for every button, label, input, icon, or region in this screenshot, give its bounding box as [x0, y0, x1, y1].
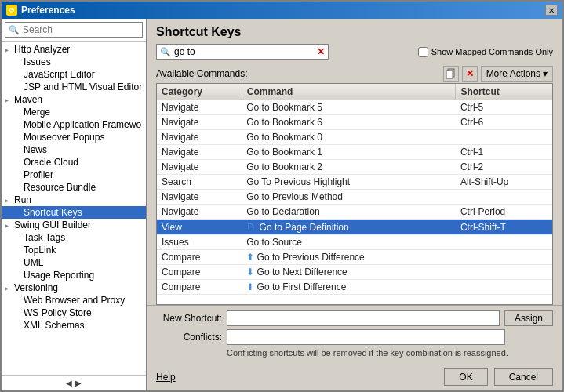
scroll-arrows: ◀ ▶: [66, 379, 82, 387]
table-row[interactable]: Navigate Go to Bookmark 0: [157, 130, 552, 145]
cell-category: Navigate: [157, 190, 242, 205]
sidebar-item-uml[interactable]: UML: [2, 256, 146, 269]
cell-category: Navigate: [157, 205, 242, 220]
new-shortcut-input[interactable]: [227, 310, 500, 326]
cell-category: Navigate: [157, 100, 242, 115]
sidebar-item-oracle-cloud[interactable]: Oracle Cloud: [2, 156, 146, 169]
col-shortcut: Shortcut: [456, 84, 552, 100]
sidebar-item-maven[interactable]: ▸ Maven: [2, 93, 146, 106]
sidebar-item-versioning[interactable]: ▸ Versioning: [2, 281, 146, 294]
left-panel: 🔍 ▸ Http Analyzer Issues JavaScript Edit…: [2, 19, 147, 390]
cell-command: Go to Bookmark 0: [242, 130, 456, 145]
sidebar-item-swing-gui-builder[interactable]: ▸ Swing GUI Builder: [2, 219, 146, 231]
cell-category: Navigate: [157, 130, 242, 145]
cell-category: Issues: [157, 235, 242, 250]
cell-category: Navigate: [157, 145, 242, 160]
cell-command: Go to Previous Method: [242, 190, 456, 205]
right-panel: Shortcut Keys 🔍 ✕ Show Mapped Commands O…: [147, 19, 562, 390]
copy-button[interactable]: [443, 66, 459, 82]
sidebar-item-run[interactable]: ▸ Run: [2, 194, 146, 206]
sidebar-item-web-browser-proxy[interactable]: Web Browser and Proxy: [2, 294, 146, 307]
sidebar-item-javascript-editor[interactable]: JavaScript Editor: [2, 68, 146, 81]
search-input[interactable]: [23, 24, 140, 35]
table-row[interactable]: Navigate Go to Bookmark 2 Ctrl-2: [157, 160, 552, 175]
table-row[interactable]: Navigate Go to Previous Method: [157, 190, 552, 205]
show-mapped-checkbox[interactable]: [418, 47, 428, 57]
sidebar-item-mouseover-popups[interactable]: Mouseover Popups: [2, 131, 146, 143]
filter-bar: 🔍 ✕ Show Mapped Commands Only: [147, 44, 562, 64]
search-wrap: 🔍: [5, 22, 143, 38]
cell-command: Go To Previous Highlight: [242, 175, 456, 190]
cell-command: 🗋 Go to Page Definition: [242, 220, 456, 235]
help-link[interactable]: Help: [156, 372, 176, 383]
filter-clear-button[interactable]: ✕: [317, 46, 325, 57]
more-actions-arrow-icon: ▾: [543, 68, 548, 79]
cell-shortcut: [456, 130, 552, 145]
cancel-button[interactable]: Cancel: [494, 368, 553, 386]
down-arrow-icon: ⬇: [246, 267, 254, 278]
cell-shortcut: Ctrl-6: [456, 115, 552, 130]
scroll-left-arrow[interactable]: ◀: [66, 379, 72, 387]
table-row[interactable]: Compare ⬆ Go to First Difference: [157, 280, 552, 295]
cell-category: Compare: [157, 265, 242, 280]
left-bottom-bar: ◀ ▶: [2, 375, 146, 390]
available-commands-label: Available Commands:: [156, 68, 248, 79]
cell-shortcut: [456, 190, 552, 205]
conflicts-input[interactable]: [227, 329, 505, 345]
cell-shortcut: Alt-Shift-Up: [456, 175, 552, 190]
assign-button[interactable]: Assign: [504, 310, 553, 326]
sidebar-item-resource-bundle[interactable]: Resource Bundle: [2, 181, 146, 194]
cell-shortcut: [456, 265, 552, 280]
sidebar-item-http-analyzer[interactable]: ▸ Http Analyzer: [2, 43, 146, 56]
table-row[interactable]: Compare ⬇ Go to Next Difference: [157, 265, 552, 280]
sidebar-item-ws-policy-store[interactable]: WS Policy Store: [2, 307, 146, 319]
search-box: 🔍: [2, 19, 146, 42]
sidebar-item-xml-schemas[interactable]: XML Schemas: [2, 319, 146, 332]
table-row[interactable]: Issues Go to Source: [157, 235, 552, 250]
cell-command: Go to Bookmark 6: [242, 115, 456, 130]
conflicts-label: Conflicts:: [156, 332, 227, 343]
sidebar-item-jsp-html[interactable]: JSP and HTML Visual Editor: [2, 81, 146, 93]
sidebar-item-issues[interactable]: Issues: [2, 56, 146, 68]
close-button[interactable]: ✕: [545, 5, 558, 16]
table-row[interactable]: Navigate Go to Declaration Ctrl-Period: [157, 205, 552, 220]
more-actions-button[interactable]: More Actions ▾: [481, 66, 553, 82]
title-bar-left: ⚙ Preferences: [6, 5, 75, 16]
cell-category: Compare: [157, 250, 242, 265]
cell-command: Go to Bookmark 1: [242, 145, 456, 160]
cell-shortcut: [456, 250, 552, 265]
up-arrow-icon: ⬆: [246, 252, 254, 263]
table-row[interactable]: Navigate Go to Bookmark 5 Ctrl-5: [157, 100, 552, 115]
table-row[interactable]: Compare ⬆ Go to Previous Difference: [157, 250, 552, 265]
ok-button[interactable]: OK: [444, 368, 487, 386]
scroll-right-arrow[interactable]: ▶: [75, 379, 82, 387]
table-row[interactable]: Navigate Go to Bookmark 1 Ctrl-1: [157, 145, 552, 160]
col-command: Command: [242, 84, 456, 100]
table-row[interactable]: Navigate Go to Bookmark 6 Ctrl-6: [157, 115, 552, 130]
sidebar-item-task-tags[interactable]: Task Tags: [2, 231, 146, 244]
sidebar-item-toplink[interactable]: TopLink: [2, 244, 146, 256]
svg-rect-1: [446, 71, 453, 78]
sidebar-item-merge[interactable]: Merge: [2, 106, 146, 118]
sidebar-item-mobile-app[interactable]: Mobile Application Framewo: [2, 118, 146, 131]
copy-icon: [446, 68, 457, 79]
new-shortcut-row: New Shortcut: Assign: [156, 310, 553, 326]
cell-shortcut: Ctrl-1: [456, 145, 552, 160]
sidebar-item-usage-reporting[interactable]: Usage Reporting: [2, 269, 146, 281]
filter-input[interactable]: [174, 46, 314, 57]
delete-button[interactable]: ✕: [462, 66, 478, 82]
commands-table-container: Category Command Shortcut Navigate Go to…: [156, 83, 553, 305]
sidebar-item-shortcut-keys[interactable]: Shortcut Keys: [2, 206, 146, 219]
table-row-selected[interactable]: View 🗋 Go to Page Definition Ctrl-Shift-…: [157, 220, 552, 235]
delete-icon: ✕: [466, 68, 474, 79]
tree-list: ▸ Http Analyzer Issues JavaScript Editor…: [2, 42, 146, 375]
cell-category: View: [157, 220, 242, 235]
cell-shortcut: Ctrl-5: [456, 100, 552, 115]
cell-command: Go to Bookmark 5: [242, 100, 456, 115]
cell-category: Search: [157, 175, 242, 190]
window-icon: ⚙: [6, 5, 17, 16]
sidebar-item-news[interactable]: News: [2, 143, 146, 156]
table-row[interactable]: Search Go To Previous Highlight Alt-Shif…: [157, 175, 552, 190]
sidebar-item-profiler[interactable]: Profiler: [2, 169, 146, 181]
expand-icon: ▸: [5, 45, 14, 54]
